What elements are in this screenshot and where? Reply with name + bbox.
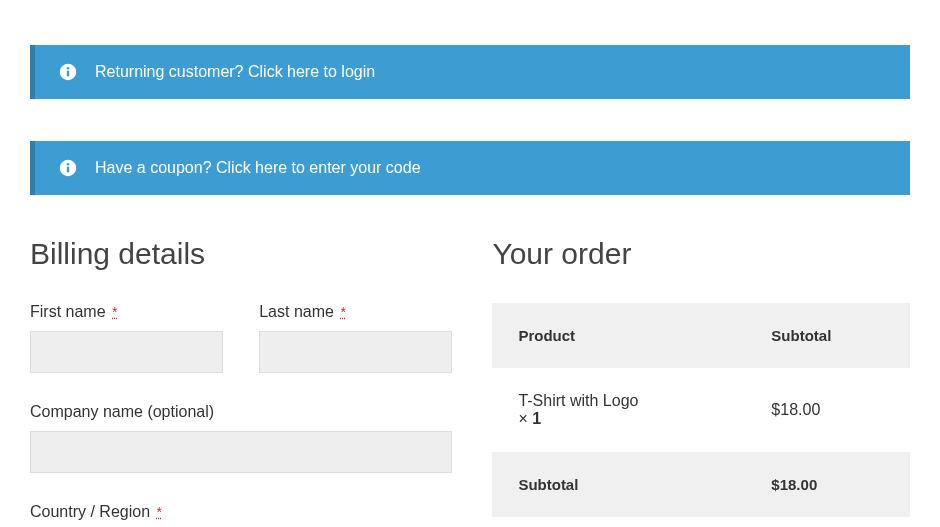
- coupon-notice[interactable]: Have a coupon? Click here to enter your …: [30, 141, 910, 195]
- product-cell: T-Shirt with Logo × 1: [492, 368, 745, 452]
- billing-section: Billing details First name * Last name *: [30, 237, 452, 527]
- table-row: T-Shirt with Logo × 1 $18.00: [492, 368, 910, 452]
- coupon-notice-text: Have a coupon? Click here to enter your …: [95, 159, 421, 176]
- required-mark: *: [340, 304, 345, 320]
- product-header: Product: [492, 303, 745, 368]
- subtotal-header: Subtotal: [745, 303, 910, 368]
- login-notice-text: Returning customer? Click here to login: [95, 63, 375, 80]
- info-icon: [59, 159, 77, 177]
- required-mark: *: [112, 304, 117, 320]
- first-name-input[interactable]: [30, 331, 223, 373]
- order-section: Your order Product Subtotal T-Shirt with…: [492, 237, 910, 527]
- company-label: Company name (optional): [30, 403, 452, 421]
- subtotal-value: $18.00: [745, 452, 910, 517]
- required-mark: *: [157, 504, 162, 520]
- subtotal-label: Subtotal: [492, 452, 745, 517]
- order-table: Product Subtotal T-Shirt with Logo × 1 $…: [492, 303, 910, 517]
- info-icon: [59, 63, 77, 81]
- last-name-label: Last name *: [259, 303, 452, 321]
- svg-rect-2: [67, 71, 69, 77]
- country-label: Country / Region *: [30, 503, 452, 521]
- last-name-input[interactable]: [259, 331, 452, 373]
- first-name-label: First name *: [30, 303, 223, 321]
- svg-rect-5: [67, 167, 69, 173]
- billing-heading: Billing details: [30, 237, 452, 271]
- svg-point-1: [67, 67, 70, 70]
- login-notice[interactable]: Returning customer? Click here to login: [30, 45, 910, 99]
- price-cell: $18.00: [745, 368, 910, 452]
- company-input[interactable]: [30, 431, 452, 473]
- order-heading: Your order: [492, 237, 910, 271]
- svg-point-4: [67, 163, 70, 166]
